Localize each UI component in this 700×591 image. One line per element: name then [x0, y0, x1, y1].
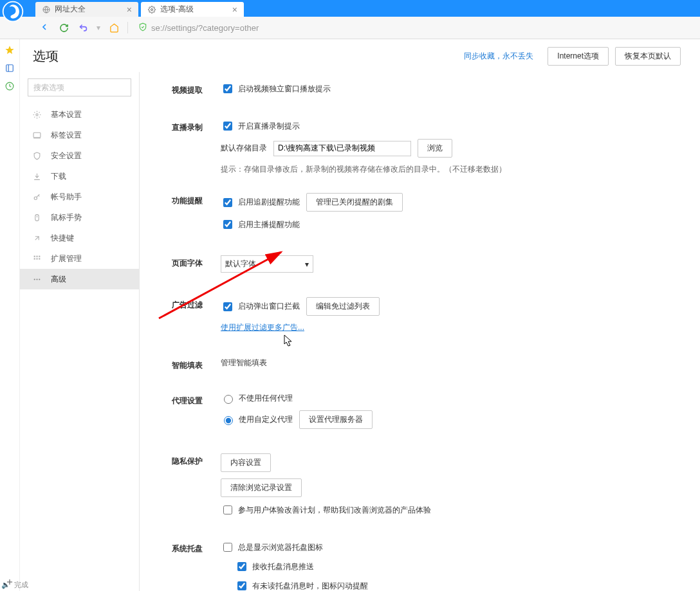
download-icon — [32, 171, 42, 181]
sidebar-item-basic[interactable]: 基本设置 — [20, 104, 139, 125]
tray-receive-checkbox[interactable]: 接收托盘消息推送 — [235, 560, 314, 573]
sidebar-item-label: 鼠标手势 — [51, 212, 82, 223]
edit-whitelist-button[interactable]: 编辑免过滤列表 — [306, 297, 380, 316]
storage-path-input[interactable] — [273, 141, 411, 156]
section-label-adfilter: 广告过滤 — [172, 297, 221, 311]
page-header: 选项 同步收藏，永不丢失 Internet选项 恢复本页默认 — [20, 39, 700, 72]
sidebar-item-shortcut[interactable]: 快捷键 — [20, 228, 139, 248]
storage-note: 提示：存储目录修改后，新录制的视频将存储在修改后的目录中。（不迁移老数据） — [221, 164, 681, 175]
svg-rect-14 — [33, 255, 35, 257]
undo-icon[interactable] — [77, 22, 89, 33]
ux-program-checkbox[interactable]: 参与用户体验改善计划，帮助我们改善浏览器的产品体验 — [221, 504, 431, 516]
grid-icon — [32, 253, 42, 264]
status-text: 完成 — [14, 580, 28, 590]
font-select[interactable]: 默认字体▾ — [221, 255, 313, 273]
no-proxy-radio[interactable]: 不使用任何代理 — [221, 393, 293, 404]
settings-panel: 视频提取 启动视频独立窗口播放提示 直播录制 开启直播录制提示 默认存储目录 — [140, 72, 700, 591]
popup-block-checkbox[interactable]: 启动弹出窗口拦截 — [221, 300, 300, 313]
tray-blink-checkbox[interactable]: 有未读托盘消息时，图标闪动提醒 — [235, 579, 368, 591]
sidebar-item-mouse[interactable]: 鼠标手势 — [20, 207, 139, 228]
star-icon[interactable] — [4, 44, 15, 56]
sidebar-item-download[interactable]: 下载 — [20, 166, 139, 186]
history-icon[interactable] — [4, 80, 15, 92]
svg-rect-17 — [33, 258, 35, 259]
section-label-privacy: 隐私保护 — [172, 453, 221, 467]
tabstrip: 网址大全 × 选项-高级 × — [35, 0, 246, 17]
tray-always-checkbox[interactable]: 总是显示浏览器托盘图标 — [221, 541, 323, 554]
shield-icon[interactable] — [138, 23, 147, 33]
sidebar-item-extensions[interactable]: 扩展管理 — [20, 248, 139, 269]
sidebar-item-label: 下载 — [51, 171, 66, 182]
more-adfilter-link[interactable]: 使用扩展过滤更多广告... — [221, 322, 304, 333]
settings-sidebar: 基本设置 标签设置 安全设置 下载 帐号助手 鼠标手势 快捷键 扩展管理 高级 — [20, 72, 140, 591]
globe-icon — [42, 5, 51, 14]
mouse-icon — [32, 212, 42, 223]
live-record-checkbox[interactable]: 开启直播录制提示 — [221, 120, 300, 132]
section-label-font: 页面字体 — [172, 255, 221, 269]
sidebar-item-label: 帐号助手 — [51, 192, 82, 203]
sidebar-item-tabs[interactable]: 标签设置 — [20, 125, 139, 145]
svg-rect-18 — [36, 258, 37, 259]
sidebar-icon[interactable] — [4, 62, 15, 74]
sidebar-item-label: 高级 — [51, 274, 66, 285]
refresh-icon[interactable] — [58, 22, 69, 33]
sidebar-item-label: 基本设置 — [51, 109, 82, 120]
tab-sitenav[interactable]: 网址大全 × — [35, 2, 138, 17]
sync-link[interactable]: 同步收藏，永不丢失 — [464, 51, 533, 62]
drama-remind-checkbox[interactable]: 启用追剧提醒功能 — [221, 196, 300, 209]
storage-path-label: 默认存储目录 — [221, 143, 267, 154]
close-icon[interactable]: × — [127, 5, 132, 14]
svg-point-20 — [33, 278, 35, 280]
speaker-icon: 🔈 — [1, 581, 10, 589]
monitor-icon — [32, 130, 42, 140]
svg-rect-15 — [36, 255, 37, 257]
section-label-remind: 功能提醒 — [172, 193, 221, 206]
chevron-down-icon: ▾ — [305, 260, 309, 269]
internet-options-button[interactable]: Internet选项 — [548, 47, 609, 66]
sidebar-item-label: 快捷键 — [51, 233, 74, 244]
svg-point-11 — [34, 196, 37, 199]
tab-settings[interactable]: 选项-高级 × — [141, 2, 244, 17]
section-label-video: 视频提取 — [172, 82, 221, 96]
dots-icon — [32, 274, 42, 284]
tab-title: 网址大全 — [55, 4, 86, 15]
navbar: ▾ se://settings/?category=other — [0, 17, 700, 39]
svg-rect-16 — [39, 255, 40, 257]
content-settings-button[interactable]: 内容设置 — [221, 453, 271, 472]
home-icon[interactable] — [108, 22, 120, 33]
svg-point-2 — [151, 8, 153, 10]
autofill-manage-text[interactable]: 管理智能填表 — [221, 358, 267, 368]
restore-defaults-button[interactable]: 恢复本页默认 — [615, 47, 681, 66]
sidebar-item-account[interactable]: 帐号助手 — [20, 186, 139, 207]
clear-history-button[interactable]: 清除浏览记录设置 — [221, 478, 302, 497]
close-icon[interactable]: × — [232, 5, 237, 14]
status-bar: 🔈 完成 — [1, 580, 28, 590]
gear-icon — [32, 109, 42, 120]
browse-button[interactable]: 浏览 — [418, 139, 452, 158]
sidebar-item-label: 标签设置 — [51, 130, 82, 141]
svg-rect-9 — [33, 132, 41, 138]
svg-point-21 — [36, 278, 37, 280]
gear-icon — [147, 5, 156, 14]
search-input[interactable] — [28, 78, 131, 96]
section-label-proxy: 代理设置 — [172, 393, 221, 406]
back-icon[interactable] — [39, 21, 50, 33]
titlebar: 网址大全 × 选项-高级 × — [0, 0, 700, 17]
sidebar-item-label: 安全设置 — [51, 150, 82, 161]
video-popup-checkbox[interactable]: 启动视频独立窗口播放提示 — [221, 82, 331, 95]
tab-title: 选项-高级 — [160, 4, 194, 15]
address-bar[interactable]: se://settings/?category=other — [151, 23, 259, 33]
anchor-remind-checkbox[interactable]: 启用主播提醒功能 — [221, 218, 300, 231]
section-label-live: 直播录制 — [172, 120, 221, 133]
section-label-tray: 系统托盘 — [172, 541, 221, 554]
svg-rect-12 — [35, 214, 38, 221]
sidebar-item-advanced[interactable]: 高级 — [20, 269, 139, 289]
proxy-settings-button[interactable]: 设置代理服务器 — [299, 410, 373, 429]
sidebar-item-security[interactable]: 安全设置 — [20, 145, 139, 166]
key-icon — [32, 192, 42, 202]
shield-icon — [32, 150, 42, 161]
custom-proxy-radio[interactable]: 使用自定义代理 — [221, 414, 293, 425]
manage-drama-button[interactable]: 管理已关闭提醒的剧集 — [306, 193, 403, 212]
svg-point-22 — [39, 278, 40, 280]
link-out-icon — [32, 233, 42, 243]
